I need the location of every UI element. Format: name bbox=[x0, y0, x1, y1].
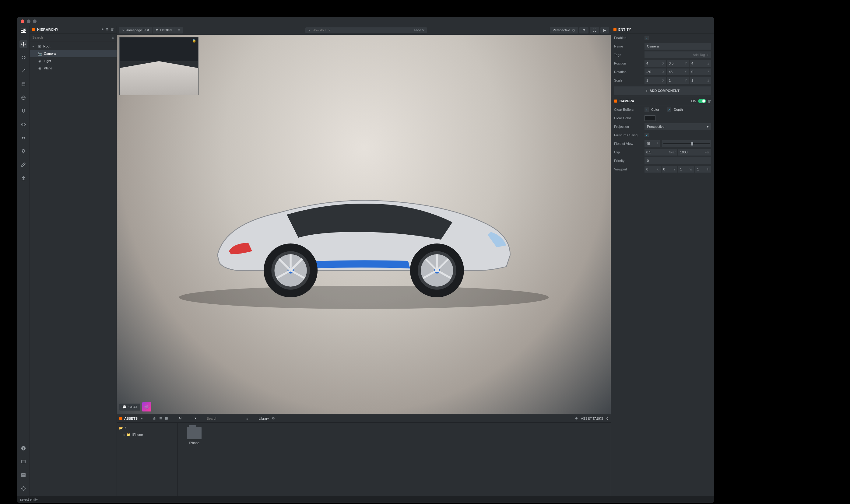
scale-z-input[interactable]: 1Z bbox=[690, 77, 711, 84]
fov-slider[interactable] bbox=[662, 140, 711, 147]
clip-near-input[interactable]: 0.1Near bbox=[644, 149, 677, 156]
camera-delete-button[interactable]: 🗑 bbox=[708, 99, 711, 103]
tree-item-plane[interactable]: ◉ Plane bbox=[30, 65, 117, 72]
clear-color-swatch[interactable] bbox=[644, 115, 655, 121]
feedback-icon[interactable] bbox=[19, 458, 28, 466]
clear-depth-checkbox[interactable]: ✓ bbox=[667, 107, 671, 112]
svg-rect-1 bbox=[22, 83, 25, 86]
lightbulb-icon[interactable] bbox=[19, 147, 28, 155]
camera-section-header[interactable]: CAMERA ON 🗑 bbox=[611, 97, 714, 105]
asset-item-iphone[interactable]: iPhone bbox=[182, 427, 207, 445]
folder-icon: ▣ bbox=[37, 44, 41, 48]
edit-icon[interactable] bbox=[19, 161, 28, 168]
window-close-button[interactable] bbox=[21, 19, 24, 23]
priority-input[interactable]: 0 bbox=[644, 157, 711, 164]
svg-point-10 bbox=[179, 286, 549, 309]
position-x-input[interactable]: 4X bbox=[644, 60, 666, 67]
assets-tree-root[interactable]: 📂 / bbox=[119, 425, 176, 431]
assets-grid-view-button[interactable]: ▦ bbox=[165, 416, 168, 420]
name-input[interactable]: Camera bbox=[644, 43, 711, 50]
assets-filter-dropdown[interactable]: All▾ bbox=[178, 416, 196, 420]
inspector-panel: ENTITY Enabled ✓ Name Camera Tags Add Ta… bbox=[611, 25, 714, 496]
asset-tasks-add-icon[interactable]: ⊕ bbox=[575, 416, 578, 420]
scale-y-input[interactable]: 1Y bbox=[667, 77, 689, 84]
rotation-y-input[interactable]: 45Y bbox=[667, 69, 689, 75]
fov-input[interactable]: 45° bbox=[644, 140, 660, 147]
clear-color-checkbox[interactable]: ✓ bbox=[644, 107, 649, 112]
tree-item-label: Root bbox=[43, 44, 50, 48]
assets-add-button[interactable]: + bbox=[141, 417, 142, 420]
viewport-h-input[interactable]: 1H bbox=[695, 166, 711, 173]
hierarchy-duplicate-button[interactable]: ⧉ bbox=[106, 28, 108, 31]
rotation-z-input[interactable]: 0Z bbox=[690, 69, 711, 75]
focus-icon[interactable] bbox=[19, 134, 28, 142]
scale-tool-icon[interactable] bbox=[19, 67, 28, 75]
settings-icon[interactable] bbox=[19, 485, 28, 492]
folder-thumb-icon bbox=[187, 427, 201, 439]
tab-list-button[interactable]: ≡ bbox=[175, 27, 183, 34]
user-avatar[interactable]: 👾 bbox=[142, 402, 151, 412]
assets-search-input[interactable] bbox=[207, 417, 243, 420]
projection-dropdown[interactable]: Perspective ◎ bbox=[550, 27, 578, 34]
publish-icon[interactable] bbox=[19, 174, 28, 182]
chat-button[interactable]: 💬 CHAT bbox=[119, 403, 140, 411]
projection-select[interactable]: Perspective▾ bbox=[644, 123, 711, 130]
search-hide-button[interactable]: Hide ✕ bbox=[414, 28, 425, 32]
viewport-search[interactable]: ⌕ Hide ✕ bbox=[305, 28, 427, 33]
viewport-search-input[interactable] bbox=[312, 28, 412, 32]
hierarchy-search[interactable]: ⌕ bbox=[30, 34, 117, 41]
camera-enabled-toggle[interactable] bbox=[698, 99, 706, 103]
window-zoom-button[interactable] bbox=[33, 19, 37, 23]
assets-dot-icon bbox=[119, 417, 122, 420]
server-icon[interactable] bbox=[19, 471, 28, 479]
tags-input[interactable]: Add Tag+ bbox=[644, 51, 711, 58]
tree-item-light[interactable]: ◉ Light bbox=[30, 57, 117, 65]
rotate-tool-icon[interactable] bbox=[19, 54, 28, 61]
assets-list-view-button[interactable]: ≣ bbox=[159, 416, 162, 420]
lock-icon[interactable]: 🔒 bbox=[192, 39, 196, 42]
viewport-3d[interactable]: 🔒 bbox=[117, 35, 611, 414]
viewport-rect-row: Viewport 0X 0Y 1W 1H bbox=[611, 165, 714, 174]
position-y-input[interactable]: 3.5Y bbox=[667, 60, 689, 67]
viewport-settings-button[interactable]: ⚙ bbox=[579, 27, 588, 34]
home-icon: ⌂ bbox=[122, 28, 124, 32]
position-z-input[interactable]: 4Z bbox=[690, 60, 711, 67]
tree-item-label: Camera bbox=[44, 52, 56, 55]
viewport-y-input[interactable]: 0Y bbox=[661, 166, 678, 173]
assets-tree-iphone[interactable]: ▸ 📁 iPhone bbox=[119, 431, 176, 438]
library-settings-icon[interactable]: ⚙ bbox=[272, 416, 275, 420]
fullscreen-button[interactable]: ⛶ bbox=[590, 27, 599, 34]
tab-untitled[interactable]: ⚙ Untitled bbox=[153, 27, 175, 34]
tree-item-root[interactable]: ▾ ▣ Root bbox=[30, 42, 117, 50]
window-minimize-button[interactable] bbox=[27, 19, 31, 23]
resize-tool-icon[interactable] bbox=[19, 80, 28, 88]
frustum-checkbox[interactable]: ✓ bbox=[644, 133, 649, 137]
world-space-icon[interactable] bbox=[19, 94, 28, 102]
enabled-checkbox[interactable]: ✓ bbox=[644, 36, 649, 40]
assets-library-label[interactable]: Library bbox=[259, 417, 269, 420]
plus-icon[interactable]: + bbox=[707, 53, 709, 57]
visibility-icon[interactable] bbox=[19, 121, 28, 128]
add-component-button[interactable]: + ADD COMPONENT bbox=[614, 87, 711, 95]
scale-x-input[interactable]: 1X bbox=[644, 77, 666, 84]
hierarchy-add-button[interactable]: + bbox=[102, 28, 104, 31]
hierarchy-search-input[interactable] bbox=[32, 36, 112, 39]
clear-buffers-row: Clear Buffers ✓ Color ✓ Depth bbox=[611, 105, 714, 114]
hierarchy-panel: HIERARCHY + ⧉ 🗑 ⌕ ▾ ▣ Root 📷 bbox=[30, 25, 117, 496]
assets-panel: ASSETS + 🗑 ≣ ▦ All▾ ⌕ Library ⚙ bbox=[117, 414, 611, 496]
play-button[interactable]: ▶ bbox=[600, 27, 609, 34]
app-window: ? HIERARCHY + ⧉ 🗑 ⌕ bbox=[17, 17, 714, 503]
tab-homepage[interactable]: ⌂ Homepage Test bbox=[119, 27, 153, 34]
tree-item-camera[interactable]: 📷 Camera bbox=[30, 50, 117, 57]
clip-far-input[interactable]: 1000Far bbox=[678, 149, 711, 156]
logo-icon bbox=[19, 27, 28, 35]
rotation-x-input[interactable]: -30X bbox=[644, 69, 666, 75]
viewport-x-input[interactable]: 0X bbox=[644, 166, 661, 173]
hierarchy-delete-button[interactable]: 🗑 bbox=[111, 28, 114, 31]
snap-icon[interactable] bbox=[19, 107, 28, 115]
plus-icon: + bbox=[646, 89, 648, 92]
help-icon[interactable]: ? bbox=[19, 444, 28, 452]
viewport-w-input[interactable]: 1W bbox=[678, 166, 694, 173]
assets-delete-button[interactable]: 🗑 bbox=[153, 417, 156, 420]
move-tool-icon[interactable] bbox=[19, 40, 28, 48]
